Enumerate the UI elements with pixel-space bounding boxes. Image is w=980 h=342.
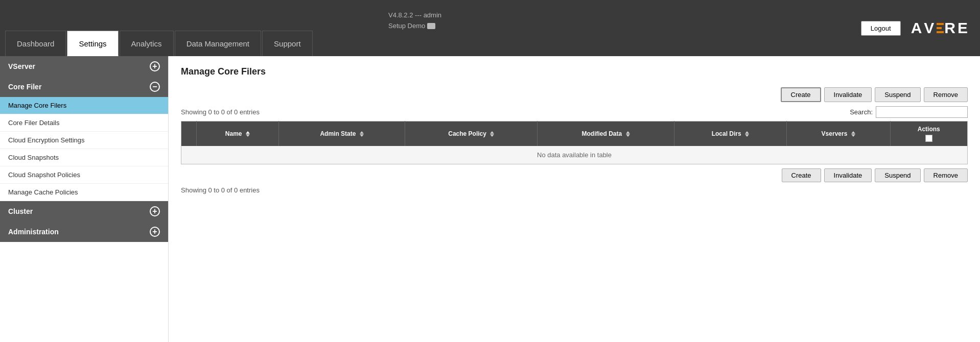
sort-admin-state-icon <box>360 131 364 137</box>
col-select <box>181 121 197 146</box>
sidebar-item-manage-core-filers[interactable]: Manage Core Filers <box>0 97 168 114</box>
page-title: Manage Core Filers <box>181 66 968 77</box>
remove-button-bottom[interactable]: Remove <box>924 168 968 182</box>
main-content: VServer + Core Filer − Manage Core Filer… <box>0 56 980 342</box>
col-admin-state[interactable]: Admin State <box>278 121 405 146</box>
create-button-bottom[interactable]: Create <box>782 168 821 182</box>
vserver-label: VServer <box>8 62 35 70</box>
core-filers-table: Name Admin State Cac <box>181 121 968 164</box>
remove-button-top[interactable]: Remove <box>924 87 968 102</box>
logo-lines-icon <box>937 23 944 33</box>
bottom-toolbar: Create Invalidate Suspend Remove <box>181 168 968 182</box>
camera-icon <box>427 23 435 29</box>
suspend-button-bottom[interactable]: Suspend <box>875 168 920 182</box>
tab-analytics[interactable]: Analytics <box>120 31 174 56</box>
create-button-top[interactable]: Create <box>781 87 821 102</box>
search-label: Search: <box>850 108 873 116</box>
version-text: V4.8.2.2 --- admin <box>388 10 441 21</box>
col-actions: Actions <box>890 121 967 146</box>
cluster-section-header[interactable]: Cluster + <box>0 201 168 222</box>
cluster-label: Cluster <box>8 207 33 215</box>
logout-button[interactable]: Logout <box>861 21 901 36</box>
col-local-dirs[interactable]: Local Dirs <box>674 121 786 146</box>
table-empty-row: No data available in table <box>181 146 968 164</box>
sidebar: VServer + Core Filer − Manage Core Filer… <box>0 56 169 342</box>
actions-header: Actions <box>896 126 962 142</box>
search-input[interactable] <box>876 106 968 118</box>
actions-select-all-checkbox[interactable] <box>925 135 932 142</box>
top-toolbar: Create Invalidate Suspend Remove <box>181 87 968 102</box>
invalidate-button-bottom[interactable]: Invalidate <box>824 168 872 182</box>
sort-local-dirs-icon <box>745 131 749 137</box>
col-cache-policy[interactable]: Cache Policy <box>405 121 538 146</box>
sort-vservers-icon <box>851 131 855 137</box>
setup-demo: Setup Demo <box>388 21 441 32</box>
tab-dashboard[interactable]: Dashboard <box>5 31 66 56</box>
sort-cache-policy-icon <box>490 131 494 137</box>
sort-modified-data-icon <box>626 131 630 137</box>
administration-label: Administration <box>8 228 59 236</box>
showing-text-bottom: Showing 0 to 0 of 0 entries <box>181 186 968 194</box>
suspend-button-top[interactable]: Suspend <box>875 87 920 102</box>
header-right: Logout A V R E <box>861 0 980 56</box>
sidebar-item-cloud-snapshot-policies[interactable]: Cloud Snapshot Policies <box>0 166 168 184</box>
search-row-top: Showing 0 to 0 of 0 entries Search: <box>181 106 968 118</box>
search-area: Search: <box>850 106 968 118</box>
invalidate-button-top[interactable]: Invalidate <box>824 87 872 102</box>
sort-name-icon <box>246 131 250 137</box>
vserver-section-header[interactable]: VServer + <box>0 56 168 77</box>
sidebar-item-cloud-snapshots[interactable]: Cloud Snapshots <box>0 149 168 166</box>
cluster-expand-icon: + <box>150 206 160 216</box>
core-filer-label: Core Filer <box>8 83 41 91</box>
content-area: Manage Core Filers Create Invalidate Sus… <box>169 56 980 342</box>
col-vservers[interactable]: Vservers <box>786 121 890 146</box>
avere-logo: A V R E <box>911 19 970 37</box>
core-filer-collapse-icon: − <box>150 82 160 92</box>
empty-message: No data available in table <box>181 146 968 164</box>
sidebar-item-cloud-encryption-settings[interactable]: Cloud Encryption Settings <box>0 132 168 149</box>
administration-section-header[interactable]: Administration + <box>0 222 168 242</box>
showing-text-top: Showing 0 to 0 of 0 entries <box>181 108 260 116</box>
header-info: V4.8.2.2 --- admin Setup Demo <box>388 10 441 32</box>
vserver-expand-icon: + <box>150 61 160 71</box>
core-filer-section-header[interactable]: Core Filer − <box>0 77 168 97</box>
sidebar-item-manage-cache-policies[interactable]: Manage Cache Policies <box>0 184 168 201</box>
tab-settings[interactable]: Settings <box>67 31 118 56</box>
tab-data-management[interactable]: Data Management <box>175 31 261 56</box>
administration-expand-icon: + <box>150 227 160 237</box>
col-modified-data[interactable]: Modified Data <box>538 121 674 146</box>
header: Dashboard Settings Analytics Data Manage… <box>0 0 980 56</box>
tab-support[interactable]: Support <box>262 31 313 56</box>
col-name[interactable]: Name <box>197 121 279 146</box>
sidebar-item-core-filer-details[interactable]: Core Filer Details <box>0 114 168 132</box>
